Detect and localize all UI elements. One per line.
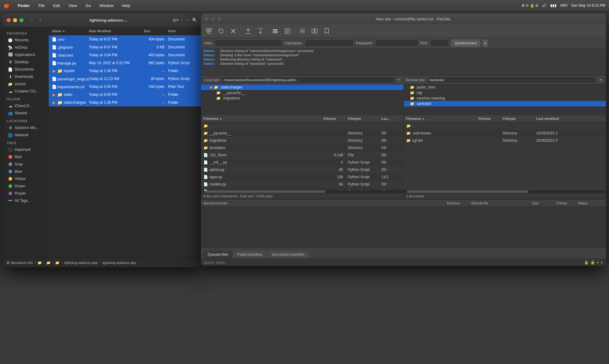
file-row-gitignore[interactable]: 📄 .gitignore Today at 8:07 PM 3 KB Docum… [49,43,201,51]
fz-tab-queued-files[interactable]: Queued files [203,251,232,258]
fz-local-col-lastmod[interactable]: Las... [379,117,403,120]
fz-close-btn[interactable] [205,17,209,21]
fz-host-input[interactable] [215,40,282,47]
fz-tree-item-pycache[interactable]: 📁 __pycache__ [201,90,403,95]
fz-tree-item-sanchez-cleaning[interactable]: 📁 sanchez.cleaning [404,95,606,101]
file-row-htaccess[interactable]: 📄 .htaccess Today at 3:04 PM 483 bytes D… [49,51,201,59]
menu-go[interactable]: Go [84,3,93,9]
col-header-date[interactable]: Date Modified [89,29,144,33]
fz-compare-btn[interactable] [309,26,320,36]
sidebar-item-desktop[interactable]: 🖥 Desktop [4,58,48,66]
fz-local-file-row-migrations[interactable]: 📁migrations Directory 05/ [201,137,403,144]
fz-reconnect-btn[interactable] [216,26,227,36]
fz-quickconnect-dropdown[interactable]: ▾ [483,40,488,47]
fz-local-file-row-dsstore[interactable]: 📄.DS_Store 6,148 File 05/ [201,151,403,159]
fz-local-col-filesize[interactable]: Filesize [321,117,346,120]
view-options-button[interactable]: ⊞▾ [173,18,178,23]
fz-local-col-filetype[interactable]: Filetype [346,117,379,120]
close-button[interactable] [7,18,11,22]
sidebar-tag-gray[interactable]: Gray [4,161,48,168]
minimize-button[interactable] [13,18,17,22]
fz-remote-col-filesize[interactable]: Filesize [476,117,500,120]
sidebar-tag-red[interactable]: Red [4,153,48,161]
sidebar-tag-purple[interactable]: Purple [4,190,48,197]
fz-local-col-filename[interactable]: Filename ▲ [201,117,321,120]
fz-site-manager-btn[interactable] [203,26,214,36]
sidebar-item-icloud-drive[interactable]: ☁ iCloud D... [4,102,48,109]
sidebar-item-documents[interactable]: 📄 Documents [4,66,48,73]
fz-remote-file-row-dotdot[interactable]: 📁.. [404,122,606,130]
sidebar-tag-blue[interactable]: Blue [4,168,48,175]
breadcrumb-lightning-address-2[interactable]: lightning-address-app [103,261,136,265]
fz-minimize-btn[interactable] [211,17,215,21]
fz-username-input[interactable] [305,40,354,47]
sidebar-item-recents[interactable]: 🕐 Recents [4,36,48,44]
menu-bar-sound[interactable]: 🔊 [542,3,547,8]
fz-remote-site-input[interactable] [428,77,596,83]
fz-remote-file-row-wellknown[interactable]: 📁.well-known Directory 10/29/2022 2 [404,130,606,137]
fz-bookmark-btn[interactable] [321,26,332,36]
sidebar-item-mac[interactable]: 🖥 Santos's Ma... [4,124,48,131]
sidebar-item-applications[interactable]: 🅰 Applications [4,51,48,58]
menu-view[interactable]: View [67,3,79,9]
file-row-mysite[interactable]: ▶ 📁 mysite Today at 1:36 PM -- Folder [49,67,201,75]
fz-quickconnect-button[interactable]: Quickconnect [451,40,480,47]
menu-finder[interactable]: Finder [16,3,32,9]
fz-remote-col-filename[interactable]: Filename ▲ [404,117,476,120]
fz-prefs-btn[interactable] [297,26,308,36]
file-row-passengerwsgi[interactable]: 📄 passenger_wsgi.py Today at 11:23 AM 35… [49,75,201,83]
fz-tree-item-migrations[interactable]: 📁 migrations [201,95,403,101]
col-header-name[interactable]: Name ▲ [51,29,89,33]
menu-edit[interactable]: Edit [51,3,62,9]
fz-local-site-input[interactable] [222,77,394,83]
back-button[interactable]: ‹ [28,16,36,24]
sidebar-item-creative-cloud[interactable]: ☁ Creative Clo... [4,88,48,95]
fz-local-file-row-tests[interactable]: 📄tests.py 60 Python Script 05/ [201,188,403,190]
menu-window[interactable]: Window [97,3,115,9]
search-button[interactable]: 🔍 [192,18,197,23]
fz-local-file-row-models[interactable]: 📄models.py 66 Python Script 05/ [201,181,403,188]
sidebar-item-santos[interactable]: 📁 santos [4,80,48,88]
fz-local-file-row-apps[interactable]: 📄apps.py 158 Python Script 11/2 [201,173,403,181]
share-button[interactable]: ↑ [181,18,183,23]
fz-local-site-dropdown[interactable]: ▾ [396,77,401,83]
fz-local-file-row-pycache[interactable]: 📁__pycache__ Directory 05/ [201,130,403,137]
sidebar-tag-important[interactable]: Important [4,146,48,153]
fz-tab-successful-transfers[interactable]: Successful transfers [267,251,309,258]
fz-password-input[interactable] [375,40,418,47]
fz-tree-item-santoslol[interactable]: 📁 santoslol [404,101,606,106]
fz-remote-site-dropdown[interactable]: ▾ [598,77,603,83]
fz-upload-btn[interactable] [243,26,254,36]
fz-remote-file-row-cgibin[interactable]: 📁cgi-bin Directory 10/30/2022 0 [404,137,606,144]
fz-remote-col-filetype[interactable]: Filetype [500,117,534,120]
fz-local-file-row-templates[interactable]: 📁templates Directory 03/ [201,144,403,151]
forward-button[interactable]: › [37,16,44,24]
fz-fullscreen-btn[interactable] [217,17,221,21]
menu-bar-wifi[interactable]: WiFi [560,3,568,8]
fz-download-btn[interactable] [255,26,266,36]
fz-log-btn[interactable] [282,26,293,36]
menu-help[interactable]: Help [120,3,132,9]
fz-remote-scrollbar-h[interactable] [404,190,606,193]
more-options-button[interactable]: ⋯ [185,18,190,23]
breadcrumb-lightning-address[interactable]: lightning-address-app [64,261,98,265]
fz-local-file-row-admin[interactable]: 📄admin.py 85 Python Script 05/ [201,166,403,173]
col-header-kind[interactable]: Kind [168,29,199,33]
menu-file[interactable]: File [37,3,47,9]
sidebar-tag-all[interactable]: ••• All Tags... [4,197,48,204]
file-row-env[interactable]: 📄 .env Today at 8:07 PM 404 bytes Docume… [49,35,201,43]
fullscreen-button[interactable] [19,18,23,22]
fz-tree-item-rdg[interactable]: 📁 rdg [404,90,606,95]
breadcrumb-macintosh-hd[interactable]: 🖥 Macintosh HD [6,261,33,265]
breadcrumb-folder-1[interactable]: 📁 [37,261,42,265]
sidebar-item-airdrop[interactable]: 📡 AirDrop [4,44,48,51]
fz-port-input[interactable] [431,40,449,47]
sidebar-item-shared[interactable]: 👥 Shared [4,109,48,117]
file-row-managepy[interactable]: 📄 manage.py May 19, 2022 at 5:21 PM 662 … [49,59,201,67]
fz-local-file-row-init[interactable]: 📄__init__.py 0 Python Script 05/ [201,159,403,166]
apple-menu-icon[interactable]: 🍎 [4,3,10,9]
file-row-static[interactable]: ▶ 📁 static Today at 8:09 PM -- Folder [49,91,201,99]
fz-remote-scrollbar-thumb[interactable] [407,190,528,193]
fz-disconnect-btn[interactable] [228,26,239,36]
sidebar-item-downloads[interactable]: ⬇ Downloads [4,73,48,80]
